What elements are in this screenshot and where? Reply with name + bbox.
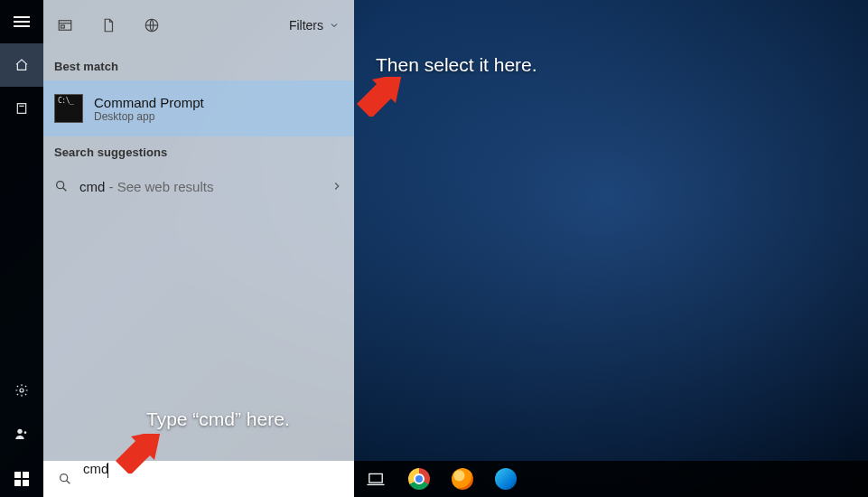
- annotation-select: Then select it here.: [376, 54, 537, 76]
- hamburger-icon: [14, 16, 30, 27]
- user-icon: [14, 427, 29, 441]
- svg-point-9: [57, 182, 64, 189]
- best-match-text: Command Prompt Desktop app: [94, 95, 204, 123]
- chevron-right-icon: [331, 180, 343, 192]
- task-view-icon: [367, 472, 385, 486]
- annotation-arrow-top: [357, 77, 404, 117]
- start-sidebar-bottom: [0, 369, 43, 455]
- suggestion-text: cmd - See web results: [79, 179, 213, 194]
- search-results-pane: Filters Best match Command Prompt Deskto…: [43, 0, 354, 461]
- apps-icon: [14, 101, 29, 116]
- hamburger-button[interactable]: [0, 0, 43, 43]
- svg-rect-11: [14, 472, 21, 478]
- suggestion-term: cmd: [79, 179, 105, 194]
- gear-icon: [14, 383, 29, 398]
- sidebar-item-home[interactable]: [0, 43, 43, 87]
- svg-rect-17: [369, 474, 382, 483]
- best-match-result[interactable]: Command Prompt Desktop app: [43, 80, 354, 136]
- sidebar-item-settings[interactable]: [0, 369, 43, 412]
- start-button[interactable]: [0, 461, 43, 497]
- taskbar-app-edge[interactable]: [484, 461, 527, 497]
- home-icon: [14, 58, 29, 72]
- windows-logo-icon: [14, 472, 29, 486]
- filters-button[interactable]: Filters: [289, 18, 340, 33]
- task-view-button[interactable]: [354, 461, 397, 497]
- scope-web-button[interactable]: [130, 0, 173, 51]
- search-scope-header: Filters: [43, 0, 354, 51]
- best-match-title: Command Prompt: [94, 95, 204, 110]
- sidebar-item-apps[interactable]: [0, 87, 43, 130]
- document-icon: [100, 17, 117, 33]
- taskbar-app-firefox[interactable]: [441, 461, 484, 497]
- svg-point-4: [24, 431, 27, 434]
- firefox-icon: [452, 468, 473, 490]
- svg-point-15: [61, 474, 68, 482]
- search-suggestions-label: Search suggestions: [43, 136, 354, 166]
- sidebar-item-account[interactable]: [0, 412, 43, 455]
- search-icon: [58, 472, 72, 486]
- svg-line-10: [63, 188, 67, 192]
- globe-icon: [144, 17, 160, 33]
- best-match-label: Best match: [43, 51, 354, 80]
- taskbar-search-box[interactable]: cmd: [43, 461, 354, 497]
- annotation-type: Type “cmd” here.: [146, 408, 290, 430]
- scope-apps-button[interactable]: [43, 0, 87, 51]
- suggestion-tail: - See web results: [105, 179, 213, 194]
- filters-label: Filters: [289, 18, 323, 33]
- chrome-icon: [408, 468, 430, 490]
- svg-rect-0: [17, 104, 25, 114]
- svg-line-16: [67, 481, 70, 484]
- command-prompt-icon: [54, 94, 83, 123]
- svg-rect-7: [61, 25, 65, 28]
- svg-rect-14: [23, 480, 29, 486]
- search-suggestion-item[interactable]: cmd - See web results: [43, 166, 354, 206]
- edge-icon: [495, 468, 517, 490]
- svg-marker-19: [357, 77, 402, 117]
- search-icon: [54, 179, 69, 193]
- svg-marker-20: [116, 434, 161, 474]
- best-match-subtitle: Desktop app: [94, 110, 204, 123]
- scope-documents-button[interactable]: [87, 0, 130, 51]
- svg-rect-12: [23, 472, 29, 478]
- chevron-down-icon: [329, 20, 340, 31]
- start-sidebar: [0, 0, 43, 461]
- taskbar-app-chrome[interactable]: [397, 461, 441, 497]
- start-search-panel: Filters Best match Command Prompt Deskto…: [0, 0, 354, 461]
- svg-rect-13: [14, 480, 21, 486]
- window-badge-icon: [57, 17, 73, 33]
- svg-point-3: [17, 429, 22, 434]
- svg-point-2: [20, 389, 23, 392]
- text-cursor: [107, 463, 108, 478]
- start-sidebar-top: [0, 0, 43, 130]
- annotation-arrow-bottom: [116, 434, 163, 474]
